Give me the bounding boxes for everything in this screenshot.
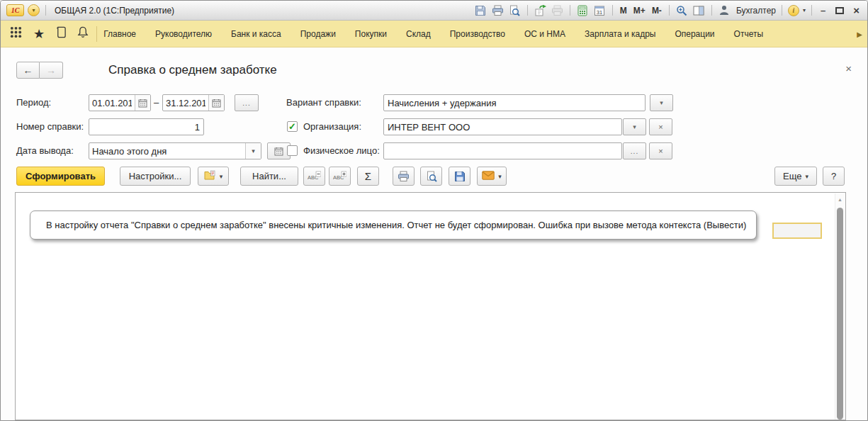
- calendar-picker-icon[interactable]: [135, 95, 150, 111]
- check-icon: ✓: [288, 122, 296, 131]
- divider: [669, 5, 670, 16]
- memory-m-button[interactable]: M: [619, 6, 629, 16]
- memory-m-minus-button[interactable]: M-: [650, 6, 663, 16]
- minimize-button[interactable]: –: [818, 5, 828, 16]
- person-checkbox[interactable]: [287, 145, 298, 156]
- section-glavnoe[interactable]: Главное: [103, 29, 136, 39]
- back-button[interactable]: ←: [16, 62, 40, 79]
- number-label: Номер справки:: [16, 118, 84, 135]
- variant-input[interactable]: [383, 94, 646, 111]
- organization-checkbox[interactable]: ✓: [287, 121, 298, 132]
- apps-grid-icon[interactable]: [9, 26, 23, 42]
- divider: [96, 26, 97, 42]
- sections-overflow-arrow-icon[interactable]: ▶: [857, 30, 862, 38]
- report-content-area: В настройку отчета "Справки о среднем за…: [15, 192, 846, 420]
- sigma-icon: Σ: [365, 170, 371, 182]
- find-button[interactable]: Найти...: [240, 167, 298, 186]
- organization-label: Организация:: [303, 118, 361, 135]
- mail-icon: [482, 171, 495, 182]
- forward-button: →: [40, 62, 63, 79]
- scrollbar-thumb[interactable]: [837, 208, 843, 420]
- output-date-input[interactable]: [89, 143, 245, 159]
- period-dash: –: [154, 94, 159, 111]
- sum-button[interactable]: Σ: [357, 167, 379, 186]
- organization-input[interactable]: [383, 118, 622, 135]
- calendar-icon[interactable]: 31: [593, 4, 607, 17]
- divider: [45, 5, 46, 16]
- period-to-input[interactable]: [163, 95, 208, 111]
- section-zarplata-i-kadry[interactable]: Зарплата и кадры: [585, 29, 655, 39]
- send-email-button[interactable]: ▾: [477, 167, 507, 186]
- main-menu-button[interactable]: ▾: [28, 4, 40, 16]
- period-to-field: [162, 94, 225, 111]
- print-disabled-icon: [551, 4, 564, 17]
- more-actions-label: Еще: [783, 171, 801, 181]
- variant-dropdown-button[interactable]: ▾: [650, 94, 673, 111]
- calculator-icon[interactable]: [576, 4, 590, 17]
- info-icon[interactable]: i: [788, 5, 799, 16]
- print-icon[interactable]: [491, 4, 505, 17]
- titlebar-toolbar: 31 M M+ M- Бухгалтер i ▾ – ×: [474, 4, 862, 17]
- selected-cell[interactable]: [772, 223, 822, 239]
- split-window-icon[interactable]: [692, 4, 706, 17]
- expand-groups-button[interactable]: ABC: [329, 167, 351, 186]
- variant-label: Вариант справки:: [286, 94, 361, 111]
- help-button[interactable]: ?: [823, 167, 845, 186]
- close-button[interactable]: ×: [851, 4, 862, 16]
- user-icon: [718, 4, 731, 17]
- divider: [782, 5, 782, 16]
- history-icon[interactable]: [55, 26, 67, 42]
- person-input[interactable]: [383, 142, 622, 159]
- notifications-bell-icon[interactable]: [77, 26, 89, 42]
- navigation-buttons: ← →: [16, 62, 63, 79]
- print-report-button[interactable]: [393, 167, 415, 186]
- section-bank-i-kassa[interactable]: Банк и касса: [231, 29, 281, 39]
- svg-text:31: 31: [597, 9, 602, 15]
- section-tabs: Главное Руководителю Банк и касса Продаж…: [103, 29, 786, 39]
- export-link-icon[interactable]: [534, 4, 547, 17]
- zoom-icon[interactable]: [675, 4, 689, 17]
- report-form: ← → Справка о среднем заработке × Период…: [1, 47, 867, 420]
- more-actions-button[interactable]: Еще ▾: [774, 167, 817, 186]
- section-proizvodstvo[interactable]: Производство: [450, 29, 505, 39]
- maximize-button[interactable]: [835, 7, 844, 14]
- section-sklad[interactable]: Склад: [406, 29, 431, 39]
- output-date-dropdown-icon[interactable]: ▾: [245, 143, 261, 159]
- section-otchety[interactable]: Отчеты: [734, 29, 763, 39]
- vertical-scrollbar[interactable]: ▲: [835, 193, 845, 420]
- section-prodazhi[interactable]: Продажи: [300, 29, 336, 39]
- info-dropdown-icon[interactable]: ▾: [803, 7, 806, 13]
- save-report-button[interactable]: [449, 167, 470, 186]
- favorites-star-icon[interactable]: ★: [33, 28, 45, 40]
- person-select-button[interactable]: ...: [623, 142, 646, 159]
- person-clear-button[interactable]: ×: [649, 142, 672, 159]
- preview-report-button[interactable]: [420, 167, 442, 186]
- organization-clear-button[interactable]: ×: [649, 118, 672, 135]
- error-message-box: В настройку отчета "Справки о среднем за…: [30, 211, 757, 240]
- divider: [570, 5, 570, 16]
- chevron-down-icon: ▾: [498, 173, 502, 180]
- section-pokupki[interactable]: Покупки: [355, 29, 387, 39]
- period-more-button[interactable]: ...: [235, 94, 259, 111]
- folder-report-icon: [204, 170, 216, 182]
- report-variants-button[interactable]: ▾: [198, 167, 229, 186]
- period-from-input[interactable]: [89, 95, 135, 111]
- calendar-picker-icon[interactable]: [208, 95, 224, 111]
- page-title: Справка о среднем заработке: [108, 63, 277, 77]
- chevron-down-icon: ▾: [220, 173, 223, 180]
- organization-dropdown-button[interactable]: ▾: [623, 118, 646, 135]
- scroll-up-icon[interactable]: ▲: [835, 193, 845, 205]
- settings-button[interactable]: Настройки...: [120, 167, 191, 186]
- collapse-groups-button[interactable]: ABC: [303, 167, 325, 186]
- period-from-field: [89, 94, 151, 111]
- section-operacii[interactable]: Операции: [675, 29, 714, 39]
- generate-button[interactable]: Сформировать: [16, 167, 105, 186]
- form-close-icon[interactable]: ×: [845, 63, 852, 74]
- divider: [527, 5, 528, 16]
- section-os-i-nma[interactable]: ОС и НМА: [524, 29, 565, 39]
- memory-m-plus-button[interactable]: M+: [632, 6, 647, 16]
- print-preview-icon[interactable]: [508, 4, 522, 17]
- section-rukovoditelyu[interactable]: Руководителю: [155, 29, 212, 39]
- number-input[interactable]: [89, 118, 204, 135]
- save-icon[interactable]: [474, 4, 487, 17]
